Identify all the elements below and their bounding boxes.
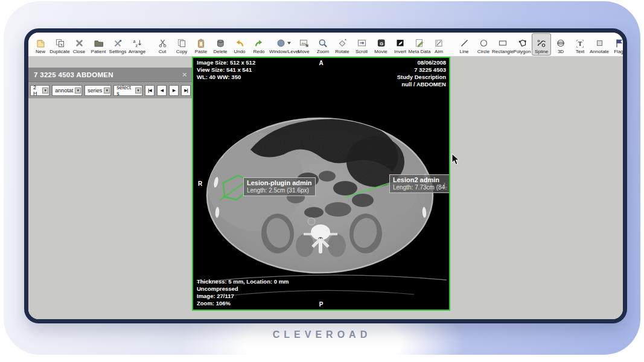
line-tool-button[interactable]: Line <box>454 33 474 56</box>
movie-icon: G <box>377 38 386 48</box>
toolbar-label: Settings <box>109 49 127 54</box>
first-image-button[interactable]: |◀ <box>145 85 155 96</box>
redo-button[interactable]: Redo <box>249 33 269 56</box>
study-description-value: null / ABDOMEN <box>397 81 446 88</box>
chevron-down-icon: ▼ <box>104 87 110 94</box>
annotation-select[interactable]: annotat ▼ <box>52 85 82 96</box>
spline-tool-button[interactable]: Spline <box>532 33 551 56</box>
meta-data-icon <box>415 38 424 48</box>
cut-scissors-icon <box>158 38 167 48</box>
duplicate-button[interactable]: Duplicate <box>50 33 69 56</box>
scroll-button[interactable]: Scroll <box>352 33 371 56</box>
study-panel-header[interactable]: 7 3225 4503 ABDOMEN × <box>28 68 193 82</box>
svg-text:T: T <box>578 40 582 47</box>
toolbar-label: Invert <box>394 49 406 54</box>
move-icon <box>299 38 309 48</box>
cut-button[interactable]: Cut <box>153 33 172 56</box>
overlay-bottom-left: Thickness: 5 mm, Location: 0 mm Uncompre… <box>197 278 289 307</box>
orientation-right: R <box>198 180 202 187</box>
toolbar-label: Polygon <box>514 49 531 54</box>
window-level-button[interactable]: Window/Level <box>275 33 294 56</box>
copy-button[interactable]: Copy <box>172 33 191 56</box>
toolbar-label: Scroll <box>355 49 368 54</box>
delete-button[interactable]: Delete <box>211 33 230 56</box>
annotate-icon <box>595 38 604 48</box>
panel-close-icon[interactable]: × <box>182 71 187 78</box>
image-viewport[interactable]: Image Size: 512 x 512 View Size: 541 x 5… <box>192 57 450 311</box>
undo-icon <box>235 38 244 48</box>
compression-text: Uncompressed <box>197 285 289 293</box>
toolbar-label: Cut <box>159 49 166 54</box>
paste-button[interactable]: Paste <box>191 33 211 56</box>
annotate-button[interactable]: Annotate <box>590 33 609 56</box>
invert-icon <box>395 38 405 48</box>
toolbar-label: Circle <box>477 49 489 54</box>
3d-tool-button[interactable]: 3D <box>551 33 570 56</box>
study-description-label: Study Description <box>397 74 446 81</box>
last-image-button[interactable]: ▶| <box>181 85 191 96</box>
rotate-button[interactable]: Rotate <box>333 33 352 56</box>
settings-button[interactable]: Settings <box>108 33 127 56</box>
chevron-down-icon: ▼ <box>42 87 48 94</box>
flag-button[interactable]: Flag <box>609 33 627 56</box>
text-tool-button[interactable]: T Text <box>570 33 590 56</box>
toolbar-label: Delete <box>213 49 227 54</box>
lesion1-label[interactable]: Lesion-plugin admin Length: 2.5cm (31.6p… <box>243 177 316 196</box>
close-button[interactable]: Close <box>69 33 89 56</box>
next-image-button[interactable]: ▶ <box>169 85 179 96</box>
arrange-button[interactable]: az Arrange <box>127 33 147 56</box>
patient-id-text: 7 3225 4503 <box>397 66 446 74</box>
flag-icon <box>614 38 623 48</box>
zoom-button[interactable]: Zoom <box>313 33 333 56</box>
toolbar-label: Annotate <box>590 49 609 54</box>
chevron-down-icon: ▼ <box>135 87 141 94</box>
study-panel: 7 3225 4503 ABDOMEN × 2 H ▼ annotat ▼ se… <box>28 68 193 98</box>
new-icon <box>36 38 46 48</box>
paste-clipboard-icon <box>196 38 206 48</box>
lesion1-measurement: Length: 2.5cm (31.6px) <box>247 187 312 194</box>
polygon-tool-button[interactable]: Polygon <box>512 33 532 56</box>
toolbar-label: Paste <box>195 49 207 54</box>
svg-text:a: a <box>133 39 135 43</box>
text-icon: T <box>575 38 585 48</box>
series-picker-select[interactable]: select s ▼ <box>113 85 142 96</box>
toolbar-label: Line <box>459 49 468 54</box>
rectangle-tool-button[interactable]: Rectangle <box>493 33 512 56</box>
circle-tool-button[interactable]: Circle <box>474 33 493 56</box>
series-select[interactable]: series ▼ <box>84 85 111 96</box>
toolbar-label: Zoom <box>317 49 329 54</box>
polygon-icon <box>517 38 527 48</box>
new-button[interactable]: New <box>31 33 50 56</box>
close-icon <box>75 38 84 48</box>
toolbar-label: Rectangle <box>492 49 514 54</box>
layout-select[interactable]: 2 H ▼ <box>30 85 49 96</box>
series-picker-value: select s <box>116 84 133 97</box>
aim-button[interactable]: Aim <box>429 33 448 56</box>
chevron-down-icon: ▼ <box>75 87 81 94</box>
undo-button[interactable]: Undo <box>230 33 249 56</box>
lesion2-label[interactable]: Lesion2 admin Length: 7.73cm (84. <box>389 174 450 193</box>
view-size-text: View Size: 541 x 541 <box>197 66 255 74</box>
workspace: 7 3225 4503 ABDOMEN × 2 H ▼ annotat ▼ se… <box>28 57 623 319</box>
movie-button[interactable]: G Movie <box>371 33 391 56</box>
dicom-viewer-window: New Duplicate Close Patient Settings az … <box>24 28 627 323</box>
toolbar-label: Move <box>298 49 310 54</box>
toolbar-label: Undo <box>234 49 245 54</box>
patient-button[interactable]: Patient <box>89 33 108 56</box>
lesion2-name: Lesion2 admin <box>393 176 450 184</box>
meta-data-button[interactable]: Meta Data <box>410 33 429 56</box>
previous-image-button[interactable]: ◀ <box>157 85 167 96</box>
toolbar-label: Redo <box>253 49 264 54</box>
invert-button[interactable]: Invert <box>391 33 410 56</box>
redo-icon <box>254 38 264 48</box>
move-button[interactable]: Move <box>294 33 313 56</box>
toolbar-label: Duplicate <box>49 49 69 54</box>
settings-icon <box>113 38 123 48</box>
thickness-text: Thickness: 5 mm, Location: 0 mm <box>197 278 289 285</box>
orientation-posterior: P <box>319 301 324 308</box>
3d-globe-icon <box>556 38 566 48</box>
lesion2-measurement: Length: 7.73cm (84. <box>393 184 450 191</box>
toolbar-label: Close <box>73 49 85 54</box>
toolbar-label: Spline <box>535 49 548 54</box>
svg-text:z: z <box>135 43 138 48</box>
